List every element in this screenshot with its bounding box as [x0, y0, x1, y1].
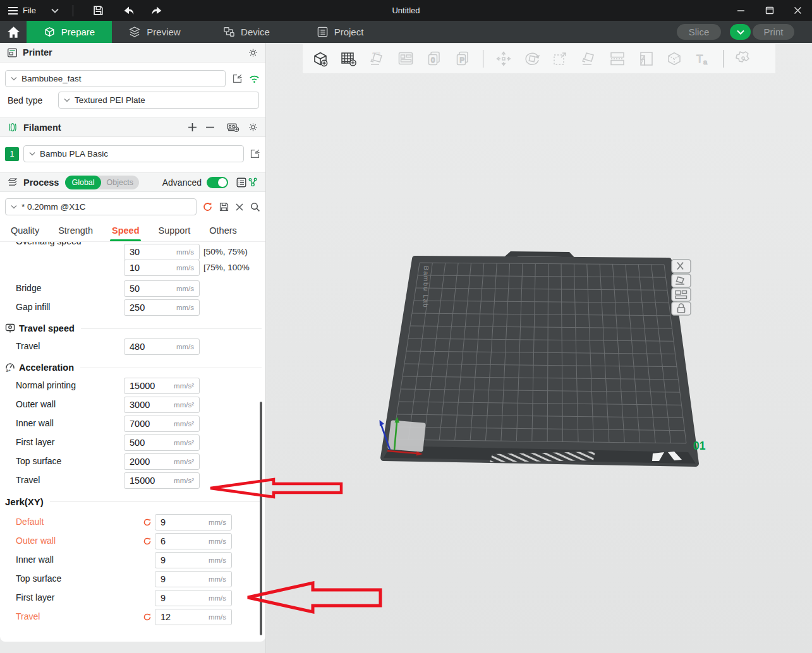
reset-preset-icon[interactable] [202, 201, 213, 212]
minimize-button[interactable] [727, 0, 755, 21]
filament-preset-combo[interactable]: Bambu PLA Basic [23, 145, 244, 162]
reset-value-icon[interactable] [143, 613, 152, 621]
maximize-button[interactable] [755, 0, 784, 21]
lock-plate-button[interactable] [672, 302, 691, 315]
sidebar-scrollbar[interactable] [260, 402, 262, 635]
jerk-inner-value[interactable] [161, 555, 197, 565]
print-dropdown-button[interactable] [730, 24, 751, 40]
accel-outer-value[interactable] [130, 400, 166, 410]
accel-travel-input[interactable]: mm/s² [124, 472, 200, 489]
home-button[interactable] [0, 21, 27, 43]
gap-infill-value[interactable] [130, 303, 166, 313]
accel-inner-label: Inner wall [16, 418, 54, 428]
accel-normal-input[interactable]: mm/s² [124, 378, 200, 394]
tab-quality[interactable]: Quality [11, 225, 39, 241]
titlebar-divider [73, 5, 73, 16]
accel-first-layer-value[interactable] [130, 438, 166, 448]
filament-spool-icon [7, 122, 18, 133]
viewport-3d[interactable]: AUTO 0 P Ta [265, 43, 812, 653]
filament-slot-badge[interactable]: 1 [5, 147, 19, 161]
unit-label: mm/s [209, 613, 226, 621]
tab-device[interactable]: Device [202, 21, 291, 43]
objects-settings-icon[interactable] [247, 177, 258, 188]
accel-top-surface-value[interactable] [130, 457, 166, 467]
orient-plate-button[interactable] [672, 274, 691, 287]
slice-button[interactable]: Slice [677, 24, 721, 40]
scope-global[interactable]: Global [65, 176, 100, 189]
chevron-down-icon[interactable] [51, 8, 59, 13]
save-preset-icon[interactable] [219, 201, 229, 212]
delete-plate-button[interactable] [672, 260, 691, 273]
bridge-label: Bridge [16, 283, 41, 293]
jerk-first-layer-input[interactable]: mm/s [155, 590, 232, 606]
save-button[interactable] [87, 3, 110, 19]
jerk-top-surface-label: Top surface [16, 573, 61, 584]
jerk-top-surface-value[interactable] [161, 574, 197, 584]
reset-value-icon[interactable] [143, 537, 152, 546]
accel-first-layer-input[interactable]: mm/s² [124, 434, 200, 451]
process-scope-toggle[interactable]: Global Objects [65, 176, 139, 189]
tab-others[interactable]: Others [209, 225, 237, 241]
jerk-outer-input[interactable]: mm/s [155, 533, 232, 549]
tab-preview[interactable]: Preview [112, 21, 197, 43]
jerk-top-surface-input[interactable]: mm/s [155, 571, 232, 587]
wifi-connected-icon[interactable] [248, 74, 260, 84]
overhang-speed-value-2[interactable] [130, 263, 166, 273]
overhang-speed-input-1[interactable]: mm/s [124, 244, 200, 260]
unit-label: mm/s² [174, 458, 194, 465]
bridge-input[interactable]: mm/s [124, 280, 200, 297]
accel-travel-value[interactable] [130, 476, 166, 486]
bed-type-combo[interactable]: Textured PEI Plate [58, 92, 259, 109]
jerk-travel-value[interactable] [161, 612, 197, 622]
accel-inner-row: Inner wall mm/s² [0, 416, 265, 432]
jerk-travel-input[interactable]: mm/s [155, 609, 232, 625]
overhang-speed-input-2[interactable]: mm/s [124, 260, 200, 276]
accel-inner-input[interactable]: mm/s² [124, 416, 200, 432]
add-filament-icon[interactable] [188, 123, 197, 132]
accel-outer-input[interactable]: mm/s² [124, 397, 200, 413]
travel-value[interactable] [130, 342, 166, 352]
jerk-inner-input[interactable]: mm/s [155, 552, 232, 568]
tab-prepare[interactable]: Prepare [27, 21, 112, 43]
overhang-speed-value-1[interactable] [130, 247, 166, 257]
jerk-default-input[interactable]: mm/s [155, 514, 232, 530]
window-title: Untitled [392, 6, 420, 15]
advanced-toggle[interactable] [207, 177, 228, 188]
close-button[interactable] [784, 0, 812, 21]
undo-button[interactable] [118, 3, 140, 19]
filament-settings-gear-icon[interactable] [248, 122, 258, 133]
printer-settings-gear-icon[interactable] [248, 47, 258, 58]
search-preset-icon[interactable] [250, 201, 260, 212]
unit-label: mm/s² [174, 420, 194, 428]
accel-normal-value[interactable] [130, 381, 166, 391]
accel-inner-value[interactable] [130, 419, 166, 429]
process-layers-icon [7, 177, 18, 188]
tab-strength[interactable]: Strength [58, 225, 93, 241]
tab-project[interactable]: Project [296, 21, 384, 43]
travel-input[interactable]: mm/s [124, 338, 200, 355]
print-button[interactable]: Print [753, 24, 794, 40]
edit-printer-icon[interactable] [232, 73, 243, 84]
edit-filament-icon[interactable] [250, 148, 260, 159]
redo-button[interactable] [145, 3, 168, 19]
tab-speed[interactable]: Speed [112, 225, 140, 241]
scope-objects[interactable]: Objects [101, 178, 139, 187]
build-plate-scene[interactable]: Bambu Lab [266, 43, 812, 653]
accel-top-surface-input[interactable]: mm/s² [124, 453, 200, 470]
process-preset-combo[interactable]: * 0.20mm @X1C [5, 198, 197, 215]
bridge-value[interactable] [130, 284, 166, 294]
gap-infill-input[interactable]: mm/s [124, 299, 200, 316]
parameter-list-icon[interactable] [236, 177, 247, 188]
jerk-default-value[interactable] [161, 517, 197, 527]
reset-value-icon[interactable] [143, 518, 152, 527]
arrange-plate-button[interactable] [672, 288, 691, 301]
ams-sync-icon[interactable] [227, 122, 239, 133]
file-menu[interactable]: File [8, 6, 36, 15]
plate-number-label[interactable]: 01 [693, 440, 706, 452]
remove-filament-icon[interactable] [205, 123, 215, 132]
jerk-first-layer-value[interactable] [161, 593, 197, 603]
printer-preset-combo[interactable]: Bambubee_fast [5, 70, 226, 87]
delete-preset-icon[interactable] [235, 203, 244, 212]
jerk-outer-value[interactable] [161, 536, 197, 546]
tab-support[interactable]: Support [158, 225, 190, 241]
